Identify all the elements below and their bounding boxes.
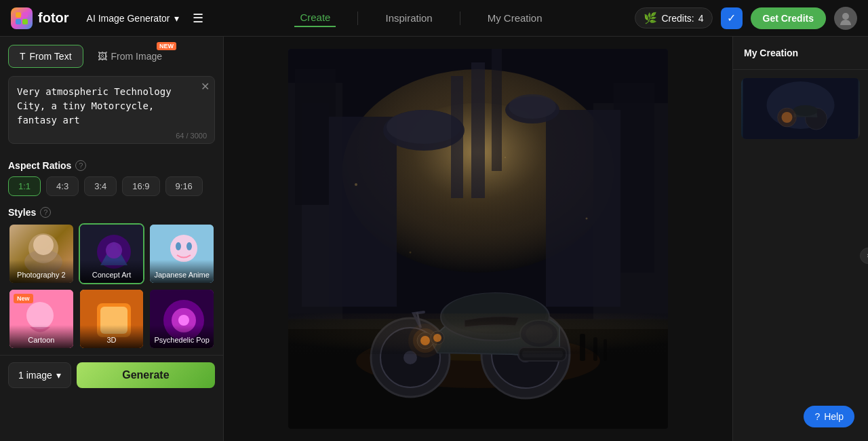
svg-point-10 <box>106 242 122 258</box>
svg-point-14 <box>186 242 192 250</box>
svg-point-4 <box>842 13 849 20</box>
ratio-group: 1:1 4:3 3:4 16:9 9:16 <box>8 176 215 196</box>
chevron-down-icon: ▾ <box>174 13 179 24</box>
svg-point-68 <box>586 218 588 220</box>
credits-count: 4 <box>698 13 704 24</box>
ratio-1-1[interactable]: 1:1 <box>8 176 41 196</box>
main-nav: Create Inspiration My Creation <box>294 9 547 27</box>
svg-point-76 <box>793 105 818 116</box>
tab-bar: T From Text 🖼 From Image NEW <box>0 37 223 68</box>
svg-rect-64 <box>580 334 585 361</box>
nav-divider2 <box>460 12 460 25</box>
logo-icon <box>11 7 33 29</box>
left-panel: T From Text 🖼 From Image NEW ✕ 64 / 3000… <box>0 37 224 441</box>
style-psychedelic-label: Psychedelic Pop <box>150 325 214 348</box>
panel-toggle[interactable]: › <box>860 248 868 264</box>
hamburger-button[interactable]: ☰ <box>189 7 208 30</box>
svg-rect-3 <box>22 19 28 24</box>
canvas-area <box>224 37 732 441</box>
ratio-3-4[interactable]: 3:4 <box>84 176 117 196</box>
avatar[interactable] <box>834 7 857 30</box>
style-photography2-label: Photography 2 <box>9 260 73 283</box>
prompt-area: ✕ 64 / 3000 <box>8 76 215 147</box>
right-panel-body: › <box>733 70 868 441</box>
svg-point-7 <box>33 235 54 255</box>
aspect-ratios-title: Aspect Ratios <box>8 160 71 171</box>
nav-right: 🌿 Credits: 4 ✓ Get Credits <box>635 7 857 30</box>
style-cartoon[interactable]: New Cartoon <box>8 288 75 349</box>
nav-my-creation[interactable]: My Creation <box>482 9 548 26</box>
styles-section: Styles ? Photography 2 <box>0 202 223 355</box>
ratio-16-9[interactable]: 16:9 <box>122 176 159 196</box>
style-3d-label: 3D <box>80 325 144 348</box>
svg-rect-33 <box>546 110 620 307</box>
svg-rect-0 <box>16 12 21 18</box>
ai-generator-label: AI Image Generator <box>87 13 170 24</box>
logo-text: fotor <box>38 10 69 26</box>
aspect-ratios-help[interactable]: ? <box>75 160 86 171</box>
style-japanese-anime-label: Japanese Anime <box>150 260 214 283</box>
generate-button[interactable]: Generate <box>77 362 215 388</box>
tab-from-image-label: From Image <box>111 51 162 62</box>
svg-rect-2 <box>16 19 21 24</box>
right-panel-title: My Creation <box>733 37 868 70</box>
image-icon: 🖼 <box>98 51 107 62</box>
tab-from-image-wrapper: 🖼 From Image NEW <box>86 45 174 68</box>
bottom-bar: 1 image ▾ Generate <box>0 355 223 395</box>
svg-rect-39 <box>492 49 502 171</box>
chevron-down-icon2: ▾ <box>56 370 61 381</box>
new-badge: NEW <box>157 42 176 50</box>
help-icon: ? <box>814 411 820 422</box>
right-panel: My Creation › <box>732 37 868 441</box>
style-cartoon-label: Cartoon <box>9 325 73 348</box>
ai-generator-button[interactable]: AI Image Generator ▾ <box>80 9 186 28</box>
svg-rect-32 <box>329 117 397 307</box>
image-count-button[interactable]: 1 image ▾ <box>8 362 71 388</box>
credits-badge[interactable]: 🌿 Credits: 4 <box>635 7 712 28</box>
style-photography2[interactable]: Photography 2 <box>8 223 75 284</box>
nav-create[interactable]: Create <box>294 9 336 27</box>
styles-header: Styles ? <box>8 207 215 218</box>
help-button[interactable]: ? Help <box>804 406 854 427</box>
tab-from-text-label: From Text <box>30 51 72 62</box>
style-japanese-anime[interactable]: Japanese Anime <box>149 223 215 284</box>
svg-point-69 <box>505 157 506 158</box>
aspect-ratios-section: Aspect Ratios ? 1:1 4:3 3:4 16:9 9:16 <box>0 155 223 202</box>
svg-point-13 <box>176 242 181 250</box>
header: fotor AI Image Generator ▾ ☰ Create Insp… <box>0 0 868 37</box>
svg-rect-40 <box>451 76 463 198</box>
char-count: 64 / 3000 <box>176 132 207 140</box>
task-icon[interactable]: ✓ <box>721 7 743 29</box>
svg-point-37 <box>509 94 556 119</box>
get-credits-button[interactable]: Get Credits <box>751 7 826 29</box>
leaf-icon: 🌿 <box>644 12 657 24</box>
style-3d[interactable]: 3D <box>79 288 145 349</box>
help-label: Help <box>824 411 844 422</box>
svg-point-67 <box>355 183 357 186</box>
nav-divider <box>357 12 358 25</box>
credits-label: Credits: <box>661 13 694 24</box>
svg-point-35 <box>387 110 461 144</box>
image-count-label: 1 image <box>18 370 52 381</box>
style-concept-art[interactable]: Concept Art <box>79 223 145 284</box>
main-layout: T From Text 🖼 From Image NEW ✕ 64 / 3000… <box>0 37 868 441</box>
checkmark-icon: ✓ <box>727 12 736 24</box>
ratio-4-3[interactable]: 4:3 <box>46 176 79 196</box>
styles-help[interactable]: ? <box>40 207 51 218</box>
svg-point-70 <box>410 252 412 254</box>
tab-from-text[interactable]: T From Text <box>8 45 83 68</box>
cartoon-new-badge: New <box>14 294 33 303</box>
style-psychedelic-pop[interactable]: Psychedelic Pop <box>149 288 215 349</box>
logo[interactable]: fotor <box>11 7 69 29</box>
clear-button[interactable]: ✕ <box>201 81 210 92</box>
aspect-ratios-header: Aspect Ratios ? <box>8 160 215 171</box>
svg-rect-66 <box>604 339 607 361</box>
ratio-9-16[interactable]: 9:16 <box>165 176 203 196</box>
styles-title: Styles <box>8 207 36 218</box>
creation-thumbnail[interactable] <box>741 78 860 139</box>
nav-inspiration[interactable]: Inspiration <box>380 9 437 26</box>
svg-rect-63 <box>288 313 668 354</box>
styles-grid: Photography 2 Concept Art <box>8 223 215 349</box>
generated-image <box>288 49 668 429</box>
svg-rect-38 <box>471 62 485 198</box>
